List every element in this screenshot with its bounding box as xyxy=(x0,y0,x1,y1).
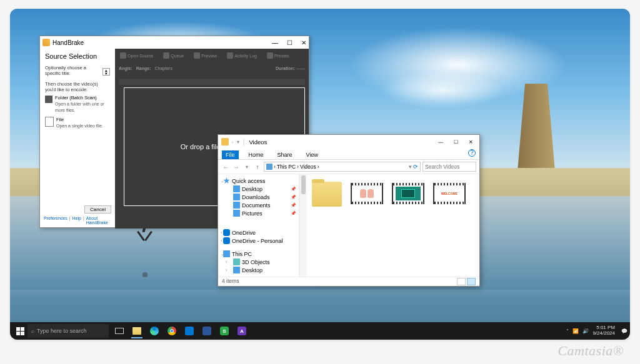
status-bar: 4 items xyxy=(218,277,479,286)
preferences-link[interactable]: Preferences xyxy=(44,216,68,225)
file-option[interactable]: File Open a single video file. xyxy=(45,117,110,129)
taskbar: ⌕ Type here to search S A ˄ 📶 🔊 5:01 PM … xyxy=(10,322,630,340)
explorer-window: ▪ ▾ | Videos — ☐ ✕ File Home Share View … xyxy=(218,134,480,287)
file-list[interactable] xyxy=(299,174,479,277)
handbrake-title: HandBrake xyxy=(52,39,84,46)
desktop-frame: HandBrake — ☐ ✕ Source Selection Optiona… xyxy=(10,9,630,340)
taskbar-search[interactable]: ⌕ Type here to search xyxy=(28,324,109,338)
details-view-button[interactable] xyxy=(457,278,466,285)
help-link[interactable]: Help xyxy=(72,216,81,225)
nav-desktop[interactable]: Desktop📌 xyxy=(219,185,298,193)
address-bar[interactable]: › This PC › Videos › ▾ ⟳ xyxy=(264,162,421,172)
video-item-3[interactable] xyxy=(433,183,466,204)
about-link[interactable]: About HandBrake xyxy=(86,216,111,225)
task-view-button[interactable] xyxy=(111,323,128,338)
nav-onedrive[interactable]: ›OneDrive xyxy=(219,229,298,237)
source-selection-heading: Source Selection xyxy=(45,52,110,60)
videos-path-icon xyxy=(266,164,272,170)
up-button[interactable]: ↑ xyxy=(253,162,262,171)
chrome-taskbar[interactable] xyxy=(164,323,180,338)
tab-file[interactable]: File xyxy=(222,150,239,159)
folder-icon xyxy=(45,96,52,103)
camtasia-watermark: Camtasia® xyxy=(558,343,624,359)
nav-documents[interactable]: Documents📌 xyxy=(219,201,298,209)
ribbon-tabs: File Home Share View ? xyxy=(218,149,479,160)
folder-batch-option[interactable]: Folder (Batch Scan) Open a folder with o… xyxy=(45,95,110,113)
word-taskbar[interactable] xyxy=(199,323,215,338)
minimize-button[interactable]: — xyxy=(433,135,448,148)
preview-tool: Preview xyxy=(191,51,219,60)
handbrake-titlebar[interactable]: HandBrake — ☐ ✕ xyxy=(40,36,309,49)
forward-button[interactable]: → xyxy=(232,162,241,171)
nav-desktop-pc[interactable]: ›Desktop xyxy=(219,266,298,274)
source-selection-panel: Source Selection Optionally choose a spe… xyxy=(40,49,115,229)
nav-quick-access[interactable]: ⌄Quick access xyxy=(219,177,298,185)
nav-3d-objects[interactable]: ›3D Objects xyxy=(219,258,298,266)
outlook-taskbar[interactable] xyxy=(181,323,198,338)
notifications-icon[interactable]: 💬 xyxy=(621,328,628,334)
wallpaper-runner-reflection xyxy=(135,246,160,277)
search-input[interactable] xyxy=(422,162,476,172)
taskbar-clock[interactable]: 5:01 PM 9/24/2024 xyxy=(592,325,618,337)
video-item-2[interactable] xyxy=(392,183,424,204)
address-bar-row: ← → ▾ ↑ › This PC › Videos › ▾ ⟳ xyxy=(218,160,479,174)
optional-title-label: Optionally choose a specific title: xyxy=(45,65,101,76)
maximize-button[interactable]: ☐ xyxy=(448,135,463,148)
search-icon: ⌕ xyxy=(31,328,34,334)
nav-scrollbar[interactable] xyxy=(299,174,307,277)
system-tray[interactable]: ˄ 📶 🔊 5:01 PM 9/24/2024 💬 xyxy=(566,325,628,337)
handbrake-icon xyxy=(42,39,50,46)
folder-item[interactable] xyxy=(312,182,342,207)
tray-chevron-icon[interactable]: ˄ xyxy=(566,328,569,334)
title-spinner[interactable]: ▴▾ xyxy=(102,68,110,76)
handbrake-toolbar: Open Source Queue Preview Activity Log P… xyxy=(118,51,306,60)
nav-pictures[interactable]: Pictures📌 xyxy=(219,209,298,217)
handbrake-subbar: Angle: Range: Chapters Duration: —— xyxy=(119,66,305,71)
nav-downloads[interactable]: Downloads📌 xyxy=(219,193,298,201)
edge-taskbar[interactable] xyxy=(146,323,162,338)
recent-dropdown[interactable]: ▾ xyxy=(242,162,251,171)
queue-tool: Queue xyxy=(161,51,186,60)
file-icon xyxy=(45,117,54,127)
choose-videos-label: Then choose the video(s) you'd like to e… xyxy=(45,81,110,92)
explorer-titlebar[interactable]: ▪ ▾ | Videos — ☐ ✕ xyxy=(218,135,479,149)
windows-logo-icon xyxy=(16,327,24,335)
maximize-button[interactable]: ☐ xyxy=(287,39,292,46)
file-explorer-taskbar[interactable] xyxy=(129,323,145,338)
app-taskbar[interactable]: A xyxy=(234,323,250,338)
volume-icon[interactable]: 🔊 xyxy=(582,328,589,334)
tab-view[interactable]: View xyxy=(302,150,322,159)
tab-home[interactable]: Home xyxy=(245,150,268,159)
explorer-folder-icon xyxy=(221,138,229,145)
snagit-taskbar[interactable]: S xyxy=(216,323,232,338)
activity-tool: Activity Log xyxy=(224,51,259,60)
presets-tool: Presets xyxy=(264,51,292,60)
start-button[interactable] xyxy=(12,323,28,338)
item-count: 4 items xyxy=(222,278,239,285)
close-button[interactable]: ✕ xyxy=(463,135,478,148)
refresh-button[interactable]: ⟳ xyxy=(413,164,418,170)
network-icon[interactable]: 📶 xyxy=(572,328,579,334)
minimize-button[interactable]: — xyxy=(272,39,278,46)
help-icon[interactable]: ? xyxy=(468,149,476,157)
video-item-1[interactable] xyxy=(351,183,383,204)
open-source-tool: Open Source xyxy=(118,51,156,60)
tab-share[interactable]: Share xyxy=(274,150,296,159)
thumbnails-view-button[interactable] xyxy=(467,278,476,285)
nav-onedrive-personal[interactable]: ›OneDrive - Personal xyxy=(219,237,298,245)
close-button[interactable]: ✕ xyxy=(301,39,306,46)
navigation-pane: ⌄Quick access Desktop📌 Downloads📌 Docume… xyxy=(218,174,299,277)
cancel-button[interactable]: Cancel xyxy=(84,205,111,214)
back-button[interactable]: ← xyxy=(221,162,230,171)
explorer-title: Videos xyxy=(249,139,267,145)
nav-this-pc[interactable]: ⌄This PC xyxy=(219,250,298,258)
